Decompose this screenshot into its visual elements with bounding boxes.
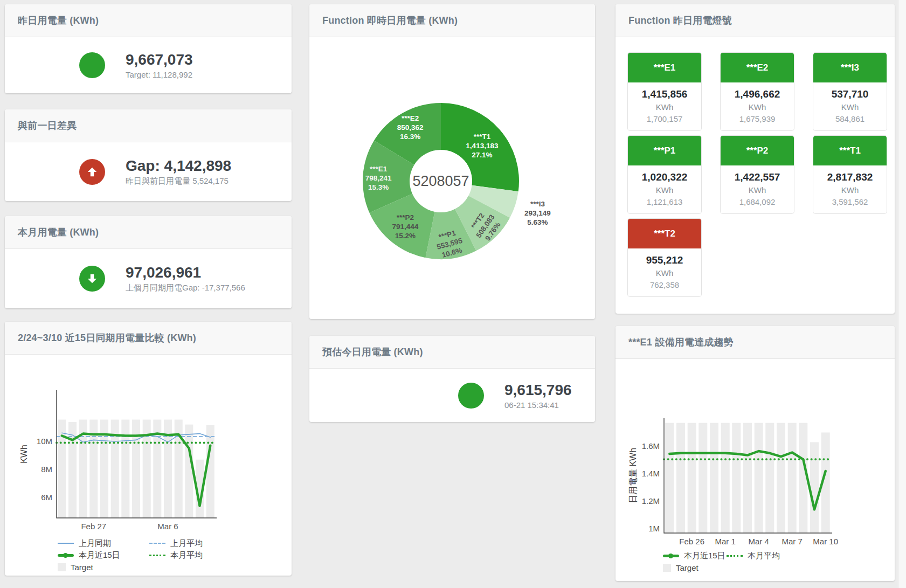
legend-item: 上月平均 — [149, 538, 203, 549]
device-tile-unit: KWh — [628, 267, 701, 279]
card-title: 與前一日差異 — [18, 119, 77, 132]
card-header: Function 即時日用電量 (KWh) — [309, 4, 595, 37]
donut-slice-label: ***I3293,1495.63% — [524, 200, 551, 226]
card-title: ***E1 設備用電達成趨勢 — [628, 336, 734, 349]
card-header: 與前一日差異 — [5, 109, 292, 142]
device-tile-unit: KWh — [628, 101, 701, 113]
y-tick-label: 1.6M — [642, 441, 660, 451]
device-tile: ***I3537,710KWh584,861 — [813, 53, 887, 130]
device-tile-header: ***E2 — [721, 53, 794, 82]
device-tile-header: ***E1 — [628, 53, 701, 82]
target-bar — [58, 420, 66, 518]
day-gap-value: Gap: 4,142,898 — [126, 157, 231, 175]
legend-label: 本月近15日 — [79, 550, 120, 561]
legend-marker-thick-icon — [663, 555, 679, 557]
target-bar — [206, 425, 215, 518]
legend-item: 本月近15日 — [663, 551, 727, 561]
day-gap-sub: 昨日與前日用電量 5,524,175 — [126, 176, 231, 186]
estimate-today-timestamp: 06-21 15:34:41 — [504, 400, 572, 410]
target-bar — [732, 423, 741, 533]
device-tile-target: 1,684,092 — [721, 196, 794, 208]
target-bar — [710, 423, 718, 533]
legend-label: 本月近15日 — [684, 551, 725, 561]
legend-label: Target — [71, 563, 93, 572]
card-title: 本月用電量 (KWh) — [18, 226, 99, 239]
target-bar — [185, 425, 193, 518]
device-tile-target: 1,121,613 — [628, 196, 701, 208]
x-tick-label: Feb 26 — [679, 537, 704, 546]
target-bar — [810, 442, 819, 533]
device-tile-header: ***T2 — [628, 219, 701, 248]
card-title: Function 即時日用電量 (KWh) — [322, 14, 458, 27]
target-bar — [676, 423, 685, 533]
legend-marker-dots-icon — [149, 555, 165, 556]
device-tile-value: 2,817,832 — [813, 170, 887, 184]
estimate-today-value: 9,615,796 — [504, 382, 572, 399]
target-bar — [765, 423, 774, 533]
card-compare-chart: 2/24~3/10 近15日同期用電量比較 (KWh) 6M8M10MFeb 2… — [5, 322, 292, 576]
device-tile-target: 762,358 — [628, 279, 701, 291]
device-tile-value: 1,496,662 — [721, 87, 794, 101]
device-tile-header: ***P2 — [721, 136, 794, 165]
device-tile-header: ***P1 — [628, 136, 701, 165]
legend-label: 上月同期 — [79, 538, 111, 549]
card-header: 預估今日用電量 (KWh) — [309, 336, 595, 369]
legend-label: Target — [676, 563, 698, 572]
card-estimate-today: 預估今日用電量 (KWh) 9,615,796 06-21 15:34:41 — [309, 336, 595, 422]
x-tick-label: Mar 10 — [813, 537, 838, 546]
realtime-usage-donut-chart: ***T11,413,18327.1%***I3293,1495.63%***T… — [309, 37, 595, 320]
scrollbar[interactable] — [898, 0, 906, 588]
device-tile-unit: KWh — [813, 184, 887, 196]
yesterday-usage-value: 9,667,073 — [126, 51, 193, 68]
legend-marker-dash-icon — [149, 543, 165, 544]
legend-item: 本月平均 — [727, 551, 780, 561]
yesterday-usage-target: Target: 11,128,992 — [126, 70, 193, 79]
card-yesterday-usage: 昨日用電量 (KWh) 9,667,073 Target: 11,128,992 — [5, 4, 292, 93]
card-header: 本月用電量 (KWh) — [5, 216, 292, 249]
legend-marker-sq-icon — [58, 563, 66, 571]
trend-chart-legend: 本月近15日本月平均Target — [615, 550, 895, 573]
target-bar — [698, 423, 707, 533]
card-header: Function 昨日用電燈號 — [615, 4, 895, 37]
device-tile-header: ***T1 — [813, 136, 887, 165]
device-tile: ***E21,496,662KWh1,675,939 — [721, 53, 794, 130]
legend-marker-dots-icon — [727, 555, 743, 557]
donut-center-total: 5208057 — [412, 173, 469, 189]
device-tile-value: 537,710 — [813, 87, 887, 101]
legend-item: 本月近15日 — [58, 550, 149, 561]
x-tick-label: Mar 7 — [782, 537, 803, 546]
device-tiles: ***E11,415,856KWh1,700,157***E21,496,662… — [615, 37, 895, 296]
legend-marker-thick-icon — [58, 554, 74, 557]
compare-chart-legend: 上月同期上月平均本月近15日本月平均Target — [5, 537, 292, 573]
card-title: Function 昨日用電燈號 — [628, 14, 732, 27]
x-tick-label: Mar 6 — [157, 522, 178, 531]
device-tile: ***P21,422,557KWh1,684,092 — [721, 136, 794, 213]
status-circle-green-icon — [79, 52, 105, 78]
device-tile-value: 1,020,322 — [628, 170, 701, 184]
status-circle-green-icon — [458, 383, 484, 409]
target-bar — [665, 423, 674, 533]
month-usage-value: 97,026,961 — [126, 264, 245, 281]
card-day-gap: 與前一日差異 Gap: 4,142,898 昨日與前日用電量 5,524,175 — [5, 109, 292, 201]
device-tile-target: 1,675,939 — [721, 113, 794, 125]
legend-item: 上月同期 — [58, 538, 149, 549]
y-axis-label: 日用電量 KWh — [628, 448, 638, 503]
card-e1-trend-chart: ***E1 設備用電達成趨勢 1M1.2M1.4M1.6MFeb 26Mar 1… — [615, 326, 895, 581]
device-tile-unit: KWh — [721, 184, 794, 196]
target-bar — [777, 423, 785, 533]
device-tile: ***E11,415,856KWh1,700,157 — [628, 53, 701, 130]
target-bar — [743, 423, 752, 533]
device-tile-unit: KWh — [813, 101, 887, 113]
device-tile-target: 1,700,157 — [628, 113, 701, 125]
card-function-lights: Function 昨日用電燈號 ***E11,415,856KWh1,700,1… — [615, 4, 895, 314]
device-tile-unit: KWh — [721, 101, 794, 113]
y-tick-label: 6M — [41, 493, 52, 502]
target-bar — [688, 423, 696, 533]
device-tile-target: 3,591,562 — [813, 196, 887, 208]
y-tick-label: 10M — [37, 437, 52, 446]
y-tick-label: 8M — [41, 465, 52, 474]
device-tile-value: 1,415,856 — [628, 87, 701, 101]
card-title: 昨日用電量 (KWh) — [18, 14, 99, 27]
legend-marker-line-icon — [58, 543, 74, 544]
compare-line-chart: 6M8M10MFeb 27Mar 6KWh — [5, 355, 292, 535]
